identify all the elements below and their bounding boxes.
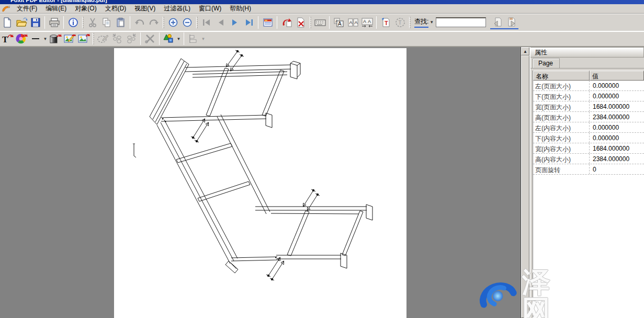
- svg-text:A: A: [349, 20, 352, 25]
- print-button[interactable]: [47, 15, 61, 29]
- add-image-button[interactable]: [76, 32, 91, 46]
- property-name: 页面旋转: [533, 164, 590, 174]
- rotate-page-button[interactable]: [279, 15, 293, 29]
- redo-button[interactable]: [146, 15, 161, 29]
- open-file-button[interactable]: [14, 15, 28, 29]
- property-value[interactable]: 2384.000000: [590, 112, 644, 122]
- edit-image-button[interactable]: [62, 32, 76, 46]
- toolbar-grip: [409, 17, 411, 28]
- find-history-dropdown[interactable]: ▼: [430, 20, 434, 25]
- copy-pages-icon: [101, 17, 112, 28]
- menu-file[interactable]: 文件(F): [13, 4, 41, 14]
- find-next-button[interactable]: [504, 15, 518, 29]
- document-workspace[interactable]: [0, 47, 521, 318]
- letter-kerning-icon: A A: [347, 17, 359, 28]
- delete-object-button[interactable]: [143, 32, 157, 46]
- menu-window[interactable]: 窗口(W): [195, 4, 225, 14]
- undo-button[interactable]: [132, 15, 146, 29]
- menu-edit[interactable]: 编辑(E): [41, 4, 71, 14]
- scrollbar-thumb[interactable]: [521, 55, 529, 318]
- shapes-tool-dropdown[interactable]: ▼: [176, 32, 182, 45]
- letter-spacing-button[interactable]: AA: [360, 15, 374, 29]
- property-row: 宽(页面大小) 1684.000000: [533, 101, 644, 112]
- menu-filter[interactable]: 过滤器(L): [160, 4, 195, 14]
- separator: [44, 16, 45, 29]
- rotate-object-right-button[interactable]: [124, 32, 138, 46]
- copy-button[interactable]: [99, 15, 114, 29]
- property-value[interactable]: 1684.000000: [590, 143, 644, 153]
- zoom-in-button[interactable]: [166, 15, 180, 29]
- next-page-button[interactable]: [228, 15, 242, 29]
- menu-document[interactable]: 文档(D): [101, 4, 131, 14]
- text-circle-button[interactable]: T: [393, 15, 407, 29]
- pdf-page[interactable]: [114, 48, 406, 318]
- zoom-out-button[interactable]: [180, 15, 194, 29]
- tab-page[interactable]: Page: [533, 58, 560, 68]
- menu-view[interactable]: 视图(V): [130, 4, 160, 14]
- previous-page-icon: [217, 19, 224, 26]
- property-value[interactable]: 2384.000000: [590, 154, 644, 164]
- add-text-page-button[interactable]: T: [379, 15, 393, 29]
- save-floppy-icon: [30, 17, 41, 28]
- properties-tab-row: Page: [530, 58, 644, 69]
- add-text-object-button[interactable]: T: [0, 32, 14, 46]
- separator: [130, 16, 130, 29]
- font-style-icon: A A: [333, 17, 345, 28]
- color-wheel-icon: [15, 33, 28, 44]
- edit-image-icon: [63, 33, 76, 44]
- property-value[interactable]: 0: [590, 164, 644, 174]
- letter-kerning-button[interactable]: A A: [346, 15, 360, 29]
- shading-tool-button[interactable]: [48, 32, 62, 46]
- color-wheel-button[interactable]: [14, 32, 28, 46]
- property-row: 下(页面大小) 0.000000: [533, 91, 644, 101]
- text-circle-icon: T: [395, 17, 405, 28]
- separator: [258, 16, 258, 29]
- property-value[interactable]: 0.000000: [590, 133, 644, 143]
- svg-text:A: A: [368, 19, 371, 24]
- find-input[interactable]: [436, 17, 486, 27]
- separator: [159, 32, 160, 45]
- rotate-object-left-button[interactable]: [110, 32, 124, 46]
- first-page-button[interactable]: [199, 15, 213, 29]
- vertical-scrollbar[interactable]: ▲: [521, 47, 529, 318]
- previous-page-button[interactable]: [213, 15, 228, 29]
- menu-object[interactable]: 对象(O): [71, 4, 100, 14]
- find-previous-icon: [492, 17, 503, 27]
- separator: [329, 16, 330, 29]
- svg-text:A: A: [354, 20, 357, 25]
- property-row: 下(内容大小) 0.000000: [533, 133, 644, 143]
- property-name: 高(内容大小): [533, 154, 590, 164]
- page-layout-button[interactable]: [261, 15, 275, 29]
- align-tool-button[interactable]: [186, 32, 200, 46]
- property-name: 下(页面大小): [533, 91, 590, 101]
- first-page-icon: [202, 19, 211, 26]
- delete-page-button[interactable]: [293, 15, 308, 29]
- delete-page-icon: [296, 17, 306, 28]
- line-tool-button[interactable]: [28, 32, 42, 46]
- property-value[interactable]: 1684.000000: [590, 101, 644, 111]
- cut-button[interactable]: [85, 15, 99, 29]
- align-tool-dropdown[interactable]: ▼: [200, 32, 206, 45]
- shapes-tool-button[interactable]: [162, 32, 176, 46]
- keyboard-button[interactable]: [313, 15, 327, 29]
- menu-help[interactable]: 帮助(H): [225, 4, 255, 14]
- document-info-button[interactable]: [66, 15, 80, 29]
- line-tool-dropdown[interactable]: ▼: [42, 32, 48, 45]
- font-style-button[interactable]: A A: [332, 15, 346, 29]
- clipboard-paste-icon: [116, 17, 126, 28]
- find-previous-button[interactable]: [490, 15, 504, 29]
- svg-text:T: T: [385, 20, 388, 26]
- property-value[interactable]: 0.000000: [590, 81, 644, 90]
- scroll-up-button[interactable]: ▲: [521, 47, 529, 55]
- shading-tool-icon: [49, 33, 62, 44]
- window-title: Foxit PDF Editor - [dianlanqiao.pdf]: [10, 0, 107, 3]
- edit-object-button[interactable]: [96, 32, 110, 46]
- save-file-button[interactable]: [28, 15, 42, 29]
- property-value[interactable]: 0.000000: [590, 122, 644, 132]
- toolbar-grip: [310, 17, 311, 28]
- property-value[interactable]: 0.000000: [590, 91, 644, 101]
- new-document-button[interactable]: [0, 15, 14, 29]
- paste-button[interactable]: [114, 15, 128, 29]
- separator: [63, 16, 64, 29]
- last-page-button[interactable]: [242, 15, 256, 29]
